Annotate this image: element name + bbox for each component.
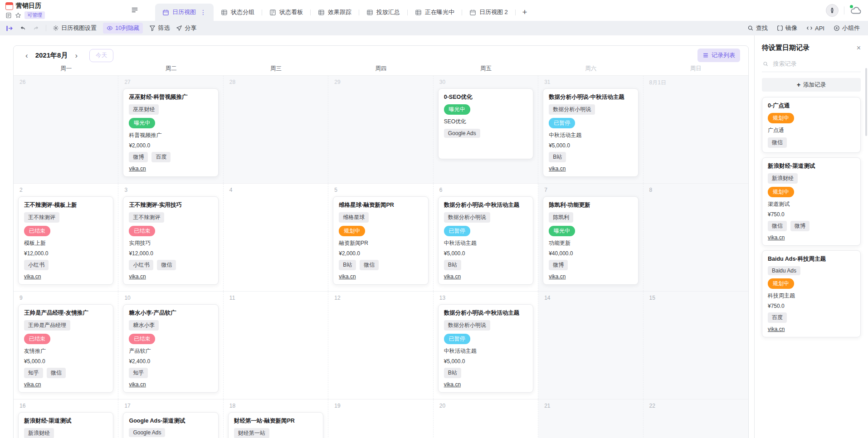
view-list-toggle-icon[interactable]: [131, 6, 139, 14]
day-cell[interactable]: 8月1日: [644, 76, 748, 183]
day-cell[interactable]: 13数据分析小明说-中秋活动主题数据分析小明说已暂停中秋活动主题¥5,000.0…: [434, 292, 538, 399]
event-card[interactable]: Google Ads-渠道测试Google Ads曝光中: [123, 412, 218, 438]
view-tab-label: 正在曝光中: [425, 8, 454, 16]
view-tab[interactable]: 状态看板: [262, 4, 310, 21]
event-card[interactable]: 新浪财经-渠道测试新浪财经规划中渠道测试¥750.0微信微博vika.cn: [762, 157, 861, 246]
next-month-chevron-icon[interactable]: ›: [71, 52, 81, 59]
day-cell[interactable]: 28: [224, 76, 328, 183]
add-view-button[interactable]: +: [516, 4, 534, 21]
filter-label: 筛选: [158, 24, 170, 32]
event-card[interactable]: 新浪财经-渠道测试新浪财经曝光中: [18, 412, 113, 438]
share-button[interactable]: 分享: [176, 24, 196, 32]
card-link[interactable]: vika.cn: [768, 326, 785, 332]
day-cell[interactable]: 16新浪财经-渠道测试新浪财经曝光中: [14, 399, 118, 438]
event-card[interactable]: 王帅是产品经理-友情推广王帅是产品经理已结束友情推广¥5,000.0知乎微信vi…: [18, 304, 113, 393]
day-cell[interactable]: 2王不辣测评-模板上新王不辣测评已结束模板上新¥12,000.0小红书vika.…: [14, 184, 118, 291]
day-cell[interactable]: 300-SEO优化曝光中SEO优化Google Ads: [434, 76, 538, 183]
event-card[interactable]: 数据分析小明说-中秋活动主题数据分析小明说已暂停中秋活动主题¥5,000.0B站…: [438, 196, 533, 285]
card-link[interactable]: vika.cn: [549, 165, 566, 172]
day-cell[interactable]: 26: [14, 76, 118, 183]
event-card[interactable]: 0-广点通规划中广点通微信: [762, 97, 861, 153]
widgets-button[interactable]: 小组件: [834, 24, 860, 32]
day-cell[interactable]: 20: [434, 399, 538, 438]
day-cell[interactable]: 17Google Ads-渠道测试Google Ads曝光中: [118, 399, 223, 438]
day-cell[interactable]: 31数据分析小明说-中秋活动主题数据分析小明说已暂停中秋活动主题¥5,000.0…: [538, 76, 643, 183]
card-link[interactable]: vika.cn: [339, 273, 356, 280]
day-cell[interactable]: 3王不辣测评-实用技巧王不辣测评已结束实用技巧¥12,000.0小红书微信vik…: [118, 184, 223, 291]
panel-scrollbar[interactable]: [865, 68, 867, 136]
redo-icon[interactable]: [33, 25, 39, 32]
view-tab[interactable]: 状态分组: [214, 4, 262, 21]
hidden-fields-label: 10列隐藏: [115, 24, 139, 32]
card-link[interactable]: vika.cn: [129, 165, 146, 172]
card-link[interactable]: vika.cn: [444, 273, 461, 280]
event-card[interactable]: Baidu Ads-科技周主题Baidu Ads规划中科技周主题¥750.0百度…: [762, 250, 861, 337]
day-cell[interactable]: 27巫巫财经-科普视频推广巫巫财经曝光中科普视频推广¥2,000.0微博百度vi…: [118, 76, 223, 183]
day-cell[interactable]: 14: [538, 292, 643, 399]
view-tab[interactable]: 投放汇总: [359, 4, 407, 21]
star-icon[interactable]: [15, 12, 21, 19]
form-icon[interactable]: [5, 12, 12, 19]
day-cell[interactable]: 5维格星球-融资新闻PR维格星球规划中融资新闻PR¥2,000.0B站微信vik…: [328, 184, 433, 291]
prev-month-chevron-icon[interactable]: ‹: [22, 52, 32, 59]
day-cell[interactable]: 11: [224, 292, 328, 399]
day-cell[interactable]: 22: [644, 399, 748, 438]
search-icon: [763, 61, 768, 67]
event-card[interactable]: 王不辣测评-模板上新王不辣测评已结束模板上新¥12,000.0小红书vika.c…: [18, 196, 113, 285]
card-link[interactable]: vika.cn: [24, 273, 41, 280]
event-card[interactable]: 糖水小李-产品软广糖水小李已结束产品软广¥2,400.0知乎vika.cn: [123, 304, 218, 393]
api-button[interactable]: API: [806, 25, 824, 32]
today-button[interactable]: 今天: [89, 49, 113, 62]
day-cell[interactable]: 6数据分析小明说-中秋活动主题数据分析小明说已暂停中秋活动主题¥5,000.0B…: [434, 184, 538, 291]
day-number: 13: [437, 293, 534, 304]
day-cell[interactable]: 4: [224, 184, 328, 291]
search-button[interactable]: 查找: [747, 24, 768, 32]
view-tab[interactable]: 效果跟踪: [311, 4, 359, 21]
record-list-label: 记录列表: [712, 51, 735, 59]
calendar-view-settings-button[interactable]: 日历视图设置: [53, 24, 97, 32]
day-cell[interactable]: 12: [328, 292, 433, 399]
avatar[interactable]: [826, 4, 839, 17]
day-cell[interactable]: 8: [644, 184, 748, 291]
view-tab[interactable]: 正在曝光中: [408, 4, 462, 21]
undo-icon[interactable]: [20, 25, 26, 32]
day-cell[interactable]: 21: [538, 399, 643, 438]
day-cell[interactable]: 29: [328, 76, 433, 183]
view-tab[interactable]: 日历视图 2: [462, 4, 515, 21]
card-link[interactable]: vika.cn: [444, 381, 461, 388]
card-link-row: vika.cn: [339, 273, 422, 280]
day-cell[interactable]: 15: [644, 292, 748, 399]
event-card[interactable]: 财经第一站-融资新闻PR财经第一站规划中: [228, 412, 323, 438]
event-card[interactable]: 王不辣测评-实用技巧王不辣测评已结束实用技巧¥12,000.0小红书微信vika…: [123, 196, 218, 285]
view-tab-active[interactable]: 日历视图⋮: [155, 4, 214, 21]
status-pill: 曝光中: [549, 226, 575, 236]
day-cell[interactable]: 9王帅是产品经理-友情推广王帅是产品经理已结束友情推广¥5,000.0知乎微信v…: [14, 292, 118, 399]
event-card[interactable]: 维格星球-融资新闻PR维格星球规划中融资新闻PR¥2,000.0B站微信vika…: [333, 196, 428, 285]
expand-sidebar-icon[interactable]: [5, 24, 13, 32]
card-title: 新浪财经-渠道测试: [768, 162, 855, 170]
add-record-button[interactable]: + 添加记录: [762, 78, 861, 92]
event-card[interactable]: 数据分析小明说-中秋活动主题数据分析小明说已暂停中秋活动主题¥5,000.0B站…: [438, 304, 533, 393]
sync-status-cloud-icon[interactable]: [850, 6, 862, 15]
card-title: 糖水小李-产品软广: [129, 309, 212, 317]
day-cell[interactable]: 7陈凯利-功能更新陈凯利曝光中功能更新¥40,000.0微博vika.cn: [538, 184, 643, 291]
event-card[interactable]: 数据分析小明说-中秋活动主题数据分析小明说已暂停中秋活动主题¥5,000.0B站…: [543, 88, 638, 177]
close-icon[interactable]: ×: [857, 44, 861, 52]
event-card[interactable]: 巫巫财经-科普视频推广巫巫财经曝光中科普视频推广¥2,000.0微博百度vika…: [123, 88, 218, 177]
record-search-input[interactable]: [772, 60, 860, 68]
card-link[interactable]: vika.cn: [549, 273, 566, 280]
hidden-fields-button[interactable]: 10列隐藏: [103, 23, 143, 34]
day-cell[interactable]: 18财经第一站-融资新闻PR财经第一站规划中: [224, 399, 328, 438]
day-cell[interactable]: 10糖水小李-产品软广糖水小李已结束产品软广¥2,400.0知乎vika.cn: [118, 292, 223, 399]
tab-more-icon[interactable]: ⋮: [200, 9, 206, 16]
card-link[interactable]: vika.cn: [129, 381, 146, 388]
card-link[interactable]: vika.cn: [129, 273, 146, 280]
card-link[interactable]: vika.cn: [24, 381, 41, 388]
mirror-button[interactable]: 镜像: [777, 24, 797, 32]
record-list-button[interactable]: 记录列表: [697, 49, 740, 62]
card-link[interactable]: vika.cn: [768, 234, 785, 241]
event-card[interactable]: 0-SEO优化曝光中SEO优化Google Ads: [438, 88, 533, 159]
event-card[interactable]: 陈凯利-功能更新陈凯利曝光中功能更新¥40,000.0微博vika.cn: [543, 196, 638, 285]
day-cell[interactable]: 19: [328, 399, 433, 438]
filter-button[interactable]: 筛选: [149, 24, 170, 32]
